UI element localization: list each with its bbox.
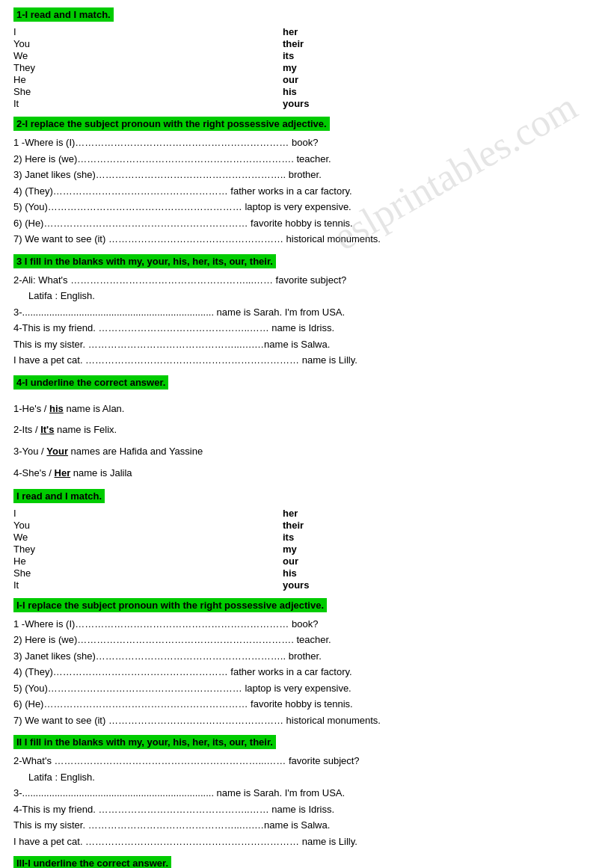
answer-line: 1-He's / his name is Alan. — [13, 401, 601, 417]
exercise-line: 3) Janet likes (she)………………………………………………….… — [13, 167, 601, 182]
match-row: Youtheir — [13, 520, 601, 531]
exercise-line: 2-Ali: What's ………………………………………………...…… fa… — [13, 273, 601, 288]
exercise-line: 7) We want to see (it) ……………………………………………… — [13, 713, 601, 728]
match-row: Weits — [13, 532, 601, 543]
match-left: She — [13, 567, 163, 579]
section-s8: III-I underline the correct answer.1-He'… — [13, 856, 601, 868]
match-right: our — [283, 555, 298, 567]
exercise-line: 2-What's ………………………………………………………...…… favo… — [13, 754, 601, 769]
correct-answer: his — [49, 403, 64, 414]
section-s2: 2-I replace the subject pronoun with the… — [13, 117, 601, 247]
match-right: their — [283, 520, 304, 531]
match-row: Iher — [13, 26, 601, 37]
section-s6: I-I replace the subject pronoun with the… — [13, 598, 601, 728]
exercise-line: 3) Janet likes (she)………………………………………………….… — [13, 649, 601, 664]
section-header: 1-I read and I match. — [13, 7, 114, 22]
match-right: its — [283, 532, 294, 543]
match-row: Shehis — [13, 567, 601, 579]
match-left: It — [13, 579, 163, 591]
section-header: 3 I fill in the blanks with my, your, hi… — [13, 254, 276, 268]
match-left: I — [13, 26, 163, 37]
exercise-line: 6) (He)……………………………………………………… favorite ho… — [13, 216, 601, 231]
match-left: I — [13, 508, 163, 519]
section-s4: 4-I underline the correct answer.1-He's … — [13, 375, 601, 481]
match-row: Theymy — [13, 62, 601, 73]
exercise-line: Latifa : English. — [28, 770, 601, 785]
section-s7: II I fill in the blanks with my, your, h… — [13, 735, 601, 849]
answer-line: 3-You / Your names are Hafida and Yassin… — [13, 444, 601, 460]
exercise-line: 4-This is my friend. ………………………………………..……… — [13, 802, 601, 817]
match-row: Shehis — [13, 86, 601, 97]
exercise-line: 2) Here is (we)…………………………………………………………. t… — [13, 152, 601, 167]
exercise-line: 7) We want to see (it) ……………………………………………… — [13, 232, 601, 247]
match-right: my — [283, 544, 297, 555]
exercise-line: 2) Here is (we)…………………………………………………………. t… — [13, 632, 601, 647]
match-left: She — [13, 86, 163, 97]
match-row: Heour — [13, 74, 601, 85]
match-table: IherYoutheirWeitsTheymyHeourShehisItyour… — [13, 508, 601, 591]
match-row: Ityours — [13, 98, 601, 109]
match-right: its — [283, 50, 294, 61]
match-right: his — [283, 86, 297, 97]
match-right: their — [283, 38, 304, 49]
correct-answer: Her — [55, 467, 71, 478]
match-left: You — [13, 38, 163, 49]
match-left: We — [13, 532, 163, 543]
match-row: Youtheir — [13, 38, 601, 49]
match-left: They — [13, 62, 163, 73]
exercise-line: 4-This is my friend. ………………………………………..……… — [13, 321, 601, 336]
match-right: yours — [283, 98, 309, 109]
match-left: They — [13, 544, 163, 555]
section-s5: I read and I match.IherYoutheirWeitsThey… — [13, 489, 601, 591]
match-row: Ityours — [13, 579, 601, 591]
section-s3: 3 I fill in the blanks with my, your, hi… — [13, 254, 601, 368]
exercise-line: 1 -Where is (I)………………………………………………………… bo… — [13, 135, 601, 150]
section-header: III-I underline the correct answer. — [13, 856, 171, 868]
section-header: I read and I match. — [13, 489, 105, 503]
answer-line: 2-Its / It's name is Felix. — [13, 422, 601, 438]
exercise-line: Latifa : English. — [28, 289, 601, 304]
exercise-line: 6) (He)……………………………………………………… favorite ho… — [13, 697, 601, 712]
match-right: his — [283, 567, 297, 579]
section-header: II I fill in the blanks with my, your, h… — [13, 735, 276, 749]
match-right: yours — [283, 579, 309, 591]
match-right: her — [283, 26, 298, 37]
match-row: Weits — [13, 50, 601, 61]
exercise-line: This is my sister. ………………………………………...….…… — [13, 337, 601, 352]
section-header: I-I replace the subject pronoun with the… — [13, 598, 327, 612]
correct-answer: It's — [40, 424, 54, 435]
exercise-line: 5) (You)…………………………………………………… laptop is v… — [13, 200, 601, 215]
match-left: We — [13, 50, 163, 61]
match-right: her — [283, 508, 298, 519]
match-right: my — [283, 62, 297, 73]
match-left: You — [13, 520, 163, 531]
match-row: Theymy — [13, 544, 601, 555]
match-row: Heour — [13, 555, 601, 567]
section-s1: 1-I read and I match.IherYoutheirWeitsTh… — [13, 7, 601, 109]
exercise-line: I have a pet cat. …………………………………………………………… — [13, 834, 601, 849]
exercise-line: 1 -Where is (I)………………………………………………………… bo… — [13, 617, 601, 632]
exercise-line: 3-......................................… — [13, 786, 601, 801]
exercise-line: 4) (They)……………………………………………… father works… — [13, 184, 601, 199]
exercise-line: 3-......................................… — [13, 305, 601, 320]
exercise-line: This is my sister. ………………………………………...….…… — [13, 818, 601, 833]
match-right: our — [283, 74, 298, 85]
match-left: He — [13, 74, 163, 85]
section-header: 4-I underline the correct answer. — [13, 375, 168, 390]
match-left: It — [13, 98, 163, 109]
match-row: Iher — [13, 508, 601, 519]
correct-answer: Your — [46, 446, 68, 457]
match-table: IherYoutheirWeitsTheymyHeourShehisItyour… — [13, 26, 601, 109]
exercise-line: I have a pet cat. …………………………………………………………… — [13, 353, 601, 368]
section-header: 2-I replace the subject pronoun with the… — [13, 117, 330, 131]
exercise-line: 4) (They)……………………………………………… father works… — [13, 665, 601, 680]
exercise-line: 5) (You)…………………………………………………… laptop is v… — [13, 681, 601, 696]
match-left: He — [13, 555, 163, 567]
answer-line: 4-She's / Her name is Jalila — [13, 466, 601, 481]
